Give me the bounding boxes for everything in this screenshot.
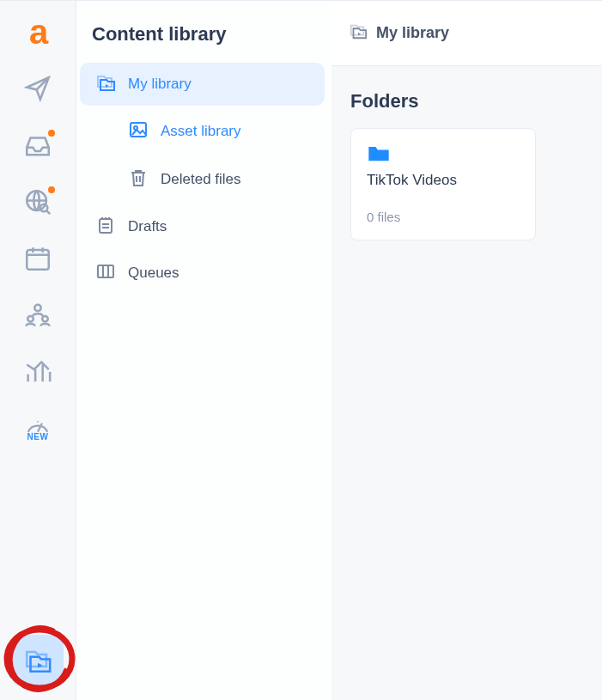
svg-point-5 [42,316,48,322]
nav-asset-library[interactable]: Asset library [80,109,325,154]
svg-point-3 [34,305,40,311]
svg-point-4 [27,316,33,322]
folders-heading: Folders [350,90,583,113]
calendar-icon [23,244,52,273]
svg-rect-2 [27,250,49,270]
nav-my-library[interactable]: My library [80,63,325,106]
bar-chart-icon [23,357,52,387]
rail-content-library[interactable] [12,635,64,686]
notification-dot-icon [48,130,55,137]
rail-analytics[interactable] [12,346,64,398]
nav-label: Asset library [161,123,241,140]
folder-icon [367,143,520,167]
image-icon [128,119,149,144]
folder-card[interactable]: TikTok Videos 0 files [350,128,536,240]
main-body: Folders TikTok Videos 0 files [331,66,602,265]
rail-team[interactable] [12,289,64,341]
rail-discover[interactable] [12,176,64,228]
folders-row: TikTok Videos 0 files [350,128,583,240]
nav-label: Queues [128,265,179,282]
rail-inbox[interactable] [12,119,64,171]
columns-icon [95,261,116,286]
breadcrumb-label: My library [376,24,449,42]
library-folder-icon [23,646,52,675]
nav-deleted-files[interactable]: Deleted files [80,157,325,202]
folder-name: TikTok Videos [367,172,520,189]
new-badge: NEW [27,432,49,441]
icon-rail: a [0,1,76,700]
folder-count: 0 files [367,210,520,224]
content-library-panel: Content library My library Asset library… [76,1,331,700]
svg-rect-10 [100,219,112,233]
people-icon [23,301,52,330]
nav-queues[interactable]: Queues [80,252,325,295]
rail-dashboard[interactable]: NEW [12,403,64,451]
main-area: My library Folders TikTok Videos 0 files [331,1,602,700]
nav-label: Deleted files [161,171,241,188]
nav-label: Drafts [128,218,167,235]
nav-drafts[interactable]: Drafts [80,205,325,248]
breadcrumb: My library [331,1,602,66]
svg-rect-11 [98,265,113,277]
rail-calendar[interactable] [12,233,64,284]
library-folder-icon [349,21,368,45]
paper-plane-icon [23,74,52,103]
panel-title: Content library [76,23,331,61]
library-folder-icon [95,72,116,97]
nav-label: My library [128,76,192,93]
rail-compose[interactable] [12,63,64,114]
notification-dot-icon [48,186,55,193]
trash-icon [128,167,149,192]
app-logo: a [19,11,57,52]
app-root: a [0,0,602,700]
notepad-icon [95,215,116,240]
